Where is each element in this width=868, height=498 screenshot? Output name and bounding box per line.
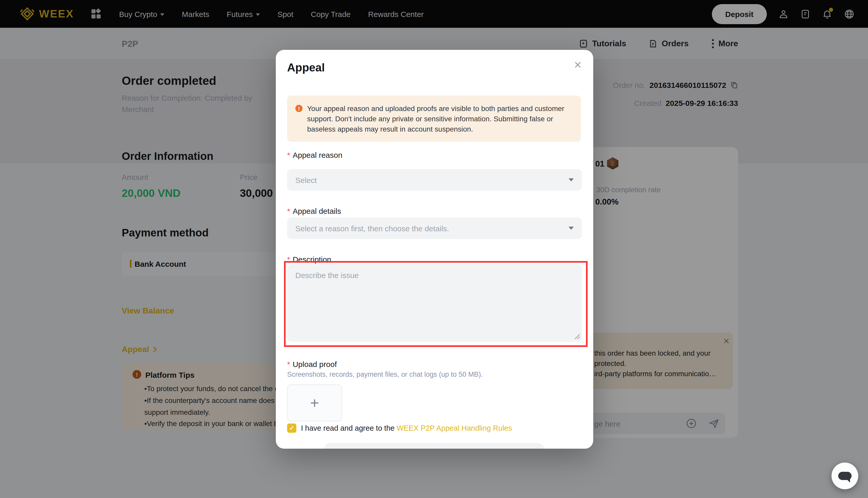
weex-p2p-order-page: WEEX Buy Crypto Markets Futures Spot Cop… — [0, 0, 868, 498]
upload-hint: Screenshots, records, payment files, or … — [287, 370, 483, 378]
appeal-modal: Appeal ✕ ! Your appeal reason and upload… — [276, 50, 593, 449]
support-chat-button[interactable] — [831, 462, 858, 489]
agree-text: I have read and agree to the WEEX P2P Ap… — [301, 424, 512, 432]
submit-button-partial[interactable] — [323, 443, 545, 449]
agree-checkbox[interactable]: ✓ — [287, 423, 296, 433]
required-asterisk: * — [287, 255, 290, 264]
appeal-reason-select[interactable]: Select — [287, 169, 582, 191]
appeal-details-label: *Appeal details — [287, 207, 341, 215]
appeal-warning-box: ! Your appeal reason and uploaded proofs… — [287, 95, 581, 142]
close-icon[interactable]: ✕ — [574, 59, 582, 71]
upload-dropzone[interactable]: + — [287, 384, 342, 421]
chevron-down-icon — [569, 227, 574, 230]
appeal-details-select[interactable]: Select a reason first, then choose the d… — [287, 218, 582, 239]
upload-proof-label: *Upload proof — [287, 360, 337, 368]
appeal-rules-link[interactable]: WEEX P2P Appeal Handling Rules — [396, 424, 512, 432]
modal-title: Appeal — [287, 61, 325, 75]
warning-text: Your appeal reason and uploaded proofs a… — [307, 103, 564, 134]
description-label: *Description — [287, 255, 331, 264]
agree-row: ✓ I have read and agree to the WEEX P2P … — [287, 423, 512, 433]
appeal-reason-label: *Appeal reason — [287, 150, 342, 159]
warning-icon: ! — [295, 105, 302, 112]
required-asterisk: * — [287, 150, 290, 159]
textarea-resize-handle[interactable] — [575, 334, 580, 339]
required-asterisk: * — [287, 360, 290, 368]
chevron-down-icon — [569, 178, 574, 181]
chat-bubble-icon — [838, 472, 852, 480]
description-textarea[interactable] — [287, 264, 582, 342]
plus-icon: + — [310, 395, 319, 411]
required-asterisk: * — [287, 207, 290, 215]
